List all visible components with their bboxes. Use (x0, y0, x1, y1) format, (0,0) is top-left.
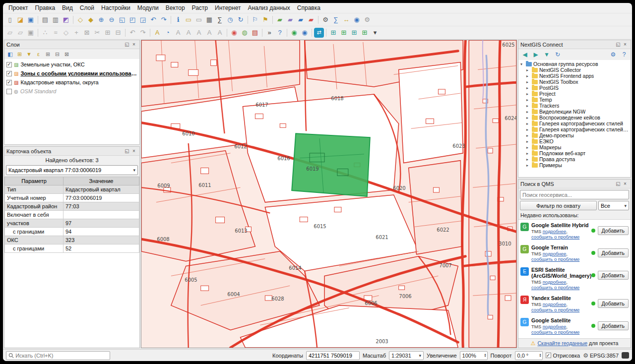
spin-down-icon[interactable]: ▾ (540, 356, 541, 358)
chevron-right-icon[interactable]: ▸ (526, 86, 530, 90)
zoom-to-layer-icon[interactable]: ◲ (138, 15, 148, 25)
chevron-down-icon[interactable]: ▾ (133, 168, 135, 173)
separator[interactable] (73, 16, 73, 24)
report-problem-link[interactable]: сообщить о проблеме (531, 256, 579, 262)
separator[interactable] (326, 29, 326, 37)
report-problem-link[interactable]: сообщить о проблеме (531, 285, 579, 290)
vertex-tool-icon[interactable]: + (71, 28, 81, 38)
close-panel-button[interactable]: × (130, 41, 137, 48)
layer-checkbox[interactable] (6, 89, 12, 94)
settings-gear-icon[interactable]: ⚙ (609, 50, 618, 59)
layer-checkbox[interactable]: ✓ (6, 71, 12, 76)
details-link[interactable]: подробнее (543, 302, 567, 307)
zoom-to-selection-icon[interactable]: ◰ (127, 15, 137, 25)
copy-features-icon[interactable]: ⊞ (103, 28, 113, 38)
refresh-map-icon[interactable]: ↻ (236, 15, 246, 25)
render-checkbox[interactable]: ✓ Отрисовка (546, 353, 580, 359)
highlight-pinned-labels-icon[interactable]: A (184, 28, 193, 38)
chevron-right-icon[interactable]: ▸ (526, 110, 530, 114)
layer-checkbox[interactable]: ✓ (6, 62, 12, 67)
toggle-editing-icon[interactable]: ▱ (15, 28, 25, 38)
menu-view[interactable]: Вид (59, 3, 76, 12)
zoom-full-icon[interactable]: ◱ (117, 15, 127, 25)
download-geodata-link[interactable]: Скачайте геоданные (538, 340, 588, 346)
float-panel-button[interactable]: ◱ (124, 148, 130, 155)
zoom-in-icon[interactable]: ⊕ (96, 15, 106, 25)
filter-by-extent-button[interactable]: Фильтр по охвату (520, 201, 597, 210)
chevron-right-icon[interactable]: ▸ (526, 145, 530, 150)
filter-icon[interactable]: ▼ (542, 50, 551, 59)
rotation-spinbox[interactable]: 0,0 ° ▴▾ (515, 351, 543, 360)
separator[interactable] (38, 16, 38, 24)
separator[interactable] (312, 29, 312, 37)
menu-layer[interactable]: Слой (76, 3, 98, 12)
map-tips-icon[interactable]: ◉ (352, 15, 362, 25)
table-row[interactable]: с границами 94 (5, 228, 139, 236)
chevron-down-icon[interactable]: ▾ (520, 62, 524, 66)
coordinates-input[interactable] (306, 351, 360, 360)
chevron-right-icon[interactable]: ▸ (526, 104, 530, 108)
chevron-right-icon[interactable]: ▸ (526, 74, 530, 78)
add-ngw-basemap-icon[interactable]: ⊞ (349, 28, 359, 38)
add-service-button[interactable]: Добавить (598, 299, 629, 308)
chevron-right-icon[interactable]: ▸ (526, 151, 530, 156)
menu-help[interactable]: Справка (294, 3, 324, 12)
separator[interactable] (171, 16, 171, 24)
tree-item-videolectures-ngw[interactable]: ▸ Видеолекции NGW (518, 109, 631, 115)
zoom-out-icon[interactable]: ⊖ (107, 15, 117, 25)
table-row[interactable]: ОКС 323 (5, 236, 139, 244)
coordinates-label[interactable]: Координаты (272, 353, 303, 359)
collapse-all-icon[interactable]: ⊟ (53, 50, 62, 58)
layer-labeling-icon[interactable]: A (152, 28, 162, 38)
add-ngw-wfs-icon[interactable]: ⊞ (360, 28, 370, 38)
chevron-right-icon[interactable]: ▸ (526, 68, 530, 72)
style-manager-icon[interactable]: ◩ (61, 15, 71, 25)
details-link[interactable]: подробнее (543, 279, 567, 285)
options-gear-icon[interactable]: ⚙ (362, 15, 372, 25)
tree-item-nextgis-toolbox[interactable]: ▸ NextGIS Toolbox (518, 79, 631, 85)
float-panel-button[interactable]: ◱ (615, 181, 622, 187)
add-service-button[interactable]: Добавить (598, 248, 629, 257)
tree-item-access-rights[interactable]: ▸ Права доступа (518, 156, 631, 162)
statusbar-search[interactable] (6, 351, 110, 360)
save-project-icon[interactable]: ▣ (26, 15, 36, 25)
float-panel-button[interactable]: ◱ (124, 41, 130, 48)
menu-data-analysis[interactable]: Анализ данных (244, 3, 293, 12)
chevron-right-icon[interactable]: ▸ (526, 133, 530, 138)
spin-buttons[interactable]: ▴▾ (485, 354, 486, 357)
separator[interactable] (272, 16, 273, 24)
add-wms-layer-icon[interactable]: ▰ (306, 15, 316, 25)
details-link[interactable]: подробнее (543, 229, 567, 234)
redo-icon[interactable]: ↷ (138, 28, 148, 38)
separator[interactable] (150, 29, 150, 37)
layer-checkbox[interactable]: ✓ (6, 80, 12, 85)
spin-buttons[interactable]: ▴▾ (540, 354, 541, 357)
undo-icon[interactable]: ↶ (127, 28, 137, 38)
filter-expression-icon[interactable]: ε (34, 50, 43, 58)
measure-line-icon[interactable]: ↔ (341, 15, 351, 25)
deselect-features-icon[interactable]: ▭ (194, 15, 204, 25)
menu-plugins[interactable]: Модули (134, 3, 162, 12)
temporal-controller-icon[interactable]: ◷ (225, 15, 235, 25)
chevron-right-icon[interactable]: ▸ (526, 157, 530, 162)
new-bookmark-icon[interactable]: ⚐ (250, 15, 260, 25)
quickmap-services-icon[interactable]: ◍ (240, 28, 250, 38)
user-green-icon[interactable]: ◉ (289, 28, 299, 38)
remove-layer-icon[interactable]: ⊠ (63, 50, 71, 58)
filter-legend-icon[interactable]: ▼ (25, 50, 33, 58)
pan-to-selection-icon[interactable]: ◆ (86, 15, 96, 25)
add-mesh-layer-icon[interactable]: ▰ (296, 15, 306, 25)
chevron-right-icon[interactable]: ▸ (526, 80, 530, 84)
layer-item-zones[interactable]: ✓ ▨ Зоны с особыми условиями использован… (4, 69, 139, 78)
scale-combo[interactable]: 1:29031 ▾ (389, 351, 424, 360)
open-layer-styling-icon[interactable]: ◧ (6, 50, 14, 58)
menu-edit[interactable]: Правка (32, 3, 59, 12)
refresh-icon[interactable]: ↻ (553, 50, 562, 59)
help-circle-icon[interactable]: ? (275, 28, 285, 38)
separator[interactable] (287, 29, 287, 37)
osm-place-search-icon[interactable]: ◉ (229, 28, 239, 38)
layer-item-quarters[interactable]: ✓ ▨ Кадастровые кварталы, округа (4, 78, 139, 87)
add-point-feature-icon[interactable]: ∴ (40, 28, 50, 38)
tree-item-temp[interactable]: ▸ Temp (518, 97, 631, 103)
report-problem-link[interactable]: сообщить о проблеме (531, 307, 579, 312)
